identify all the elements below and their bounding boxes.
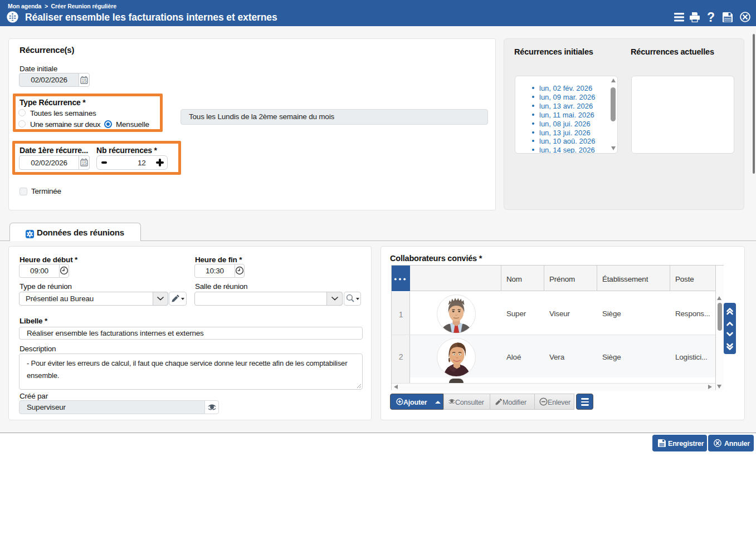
svg-text:15: 15: [81, 160, 87, 166]
svg-text:15: 15: [81, 78, 87, 84]
